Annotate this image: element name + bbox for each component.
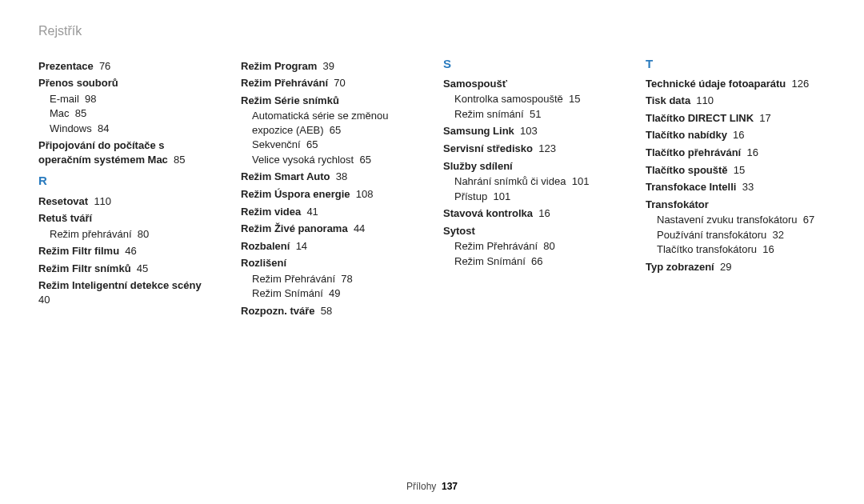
index-entry: Režim Inteligentní detekce scény 40 bbox=[38, 278, 218, 306]
index-entry: Režim videa 41 bbox=[241, 205, 421, 219]
index-entry: Režim Přehrávání 70 bbox=[241, 76, 421, 90]
entry-term: Rozbalení bbox=[241, 240, 290, 252]
index-subentry: Přístup 101 bbox=[454, 190, 623, 204]
entry-page: 16 bbox=[746, 146, 758, 158]
subentry-term: Režim Snímání bbox=[454, 255, 526, 267]
entry-term: Sytost bbox=[443, 225, 475, 237]
entry-page: 45 bbox=[137, 262, 148, 274]
index-entry: Rozlišení bbox=[241, 256, 421, 270]
entry-term: Transfokace Intelli bbox=[646, 181, 736, 193]
index-subentry: Režim přehrávání 80 bbox=[50, 227, 218, 242]
index-subentry: E-mail 98 bbox=[50, 92, 218, 106]
subentry-term: Režim Přehrávání bbox=[454, 240, 538, 252]
subentry-term: Režim Snímání bbox=[252, 287, 323, 299]
subentry-term: Mac bbox=[50, 107, 70, 119]
entry-page: 16 bbox=[733, 129, 744, 141]
entry-page: 110 bbox=[696, 94, 714, 106]
subentry-term: Nahrání snímků či videa bbox=[454, 175, 566, 187]
subentry-page: 101 bbox=[572, 175, 590, 187]
entry-page: 58 bbox=[321, 305, 332, 317]
entry-page: 126 bbox=[792, 78, 810, 90]
subentry-page: 80 bbox=[543, 240, 554, 252]
subentry-term: Tlačítko transfokátoru bbox=[657, 243, 757, 255]
subentry-page: 66 bbox=[531, 255, 542, 267]
index-column-4: T Technické údaje fotoaparátu 126 Tisk d… bbox=[646, 56, 826, 320]
entry-page: 123 bbox=[538, 142, 556, 154]
entry-page: 108 bbox=[356, 188, 374, 200]
index-entry: Tlačítko spouště 15 bbox=[646, 163, 826, 178]
subentry-term: E-mail bbox=[50, 93, 79, 105]
entry-term: Tisk data bbox=[646, 94, 690, 106]
entry-term: Rozpozn. tváře bbox=[241, 305, 314, 317]
subentry-page: 65 bbox=[359, 154, 370, 166]
index-entry: Retuš tváří bbox=[38, 211, 218, 226]
index-subentry: Používání transfokátoru 32 bbox=[657, 228, 826, 242]
subentry-page: 101 bbox=[493, 190, 510, 202]
subentry-page: 98 bbox=[85, 93, 96, 105]
index-entry: Režim Živé panorama 44 bbox=[241, 222, 421, 236]
entry-page: 29 bbox=[720, 261, 731, 273]
index-subentry: Nahrání snímků či videa 101 bbox=[454, 174, 623, 189]
index-subentry: Mac 85 bbox=[50, 106, 218, 121]
subentry-page: 78 bbox=[341, 273, 352, 285]
index-entry: Rozpozn. tváře 58 bbox=[241, 304, 421, 318]
index-subentry: Nastavení zvuku transfokátoru 67 bbox=[657, 213, 826, 227]
index-subentry: Režim Přehrávání 80 bbox=[454, 239, 623, 254]
entry-page: 110 bbox=[94, 195, 111, 207]
index-entry: Režim Program 39 bbox=[241, 59, 421, 74]
index-subentry: Režim Přehrávání 78 bbox=[252, 272, 421, 286]
entry-term: Režim videa bbox=[241, 206, 301, 218]
subentry-term: Automatická série se změnou expozice (AE… bbox=[252, 110, 389, 136]
entry-page: 14 bbox=[296, 240, 307, 252]
entry-term: Připojování do počítače s operačním syst… bbox=[38, 139, 168, 166]
subentry-page: 65 bbox=[330, 124, 341, 136]
subentry-page: 80 bbox=[138, 228, 149, 240]
index-entry: Režim Filtr filmu 46 bbox=[38, 244, 218, 258]
entry-term: Režim Úspora energie bbox=[241, 188, 350, 200]
index-letter-R: R bbox=[38, 173, 218, 189]
entry-term: Režim Filtr filmu bbox=[38, 245, 119, 257]
index-subentry: Tlačítko transfokátoru 16 bbox=[657, 242, 826, 257]
index-entry: Transfokátor bbox=[646, 198, 826, 212]
index-column-2: Režim Program 39 Režim Přehrávání 70 Rež… bbox=[241, 56, 421, 320]
entry-term: Rozlišení bbox=[241, 257, 286, 269]
subentry-page: 49 bbox=[329, 287, 340, 299]
page-title: Rejstřík bbox=[38, 22, 826, 40]
entry-page: 85 bbox=[174, 154, 185, 166]
entry-page: 46 bbox=[125, 245, 136, 257]
index-entry: Režim Série snímků bbox=[241, 94, 421, 108]
entry-term: Tlačítko DIRECT LINK bbox=[646, 112, 754, 124]
index-entry: Samsung Link 103 bbox=[443, 124, 623, 138]
subentry-term: Kontrolka samospouště bbox=[454, 93, 563, 105]
entry-term: Resetovat bbox=[38, 195, 88, 207]
index-column-1: Prezentace 76 Přenos souborů E-mail 98 M… bbox=[38, 56, 218, 320]
index-entry: Režim Úspora energie 108 bbox=[241, 187, 421, 202]
index-entry: Služby sdílení bbox=[443, 159, 623, 174]
entry-page: 44 bbox=[354, 222, 365, 234]
subentry-term: Velice vysoká rychlost bbox=[252, 154, 354, 166]
subentry-page: 15 bbox=[569, 93, 580, 105]
index-column-3: S Samospoušť Kontrolka samospouště 15 Re… bbox=[443, 56, 623, 320]
entry-page: 17 bbox=[759, 112, 770, 124]
entry-page: 76 bbox=[99, 60, 110, 72]
index-letter-S: S bbox=[443, 56, 623, 72]
index-entry: Servisní středisko 123 bbox=[443, 142, 623, 156]
page-footer: Přílohy 137 bbox=[0, 480, 864, 493]
entry-term: Režim Série snímků bbox=[241, 94, 339, 106]
index-subentry: Režim Snímání 49 bbox=[252, 286, 421, 301]
subentry-term: Nastavení zvuku transfokátoru bbox=[657, 214, 798, 226]
index-entry: Prezentace 76 bbox=[38, 59, 218, 74]
entry-term: Stavová kontrolka bbox=[443, 207, 533, 219]
entry-term: Tlačítko nabídky bbox=[646, 129, 727, 141]
subentry-term: Používání transfokátoru bbox=[657, 229, 766, 241]
index-columns: Prezentace 76 Přenos souborů E-mail 98 M… bbox=[38, 56, 826, 320]
subentry-page: 85 bbox=[75, 107, 86, 119]
index-subentry: Automatická série se změnou expozice (AE… bbox=[252, 109, 421, 137]
index-entry: Transfokace Intelli 33 bbox=[646, 180, 826, 194]
index-subentry: Kontrolka samospouště 15 bbox=[454, 92, 623, 106]
index-subentry: Režim Snímání 66 bbox=[454, 254, 623, 269]
subentry-term: Přístup bbox=[454, 190, 487, 202]
entry-term: Retuš tváří bbox=[38, 212, 92, 224]
index-entry: Resetovat 110 bbox=[38, 194, 218, 209]
entry-page: 33 bbox=[742, 181, 754, 193]
